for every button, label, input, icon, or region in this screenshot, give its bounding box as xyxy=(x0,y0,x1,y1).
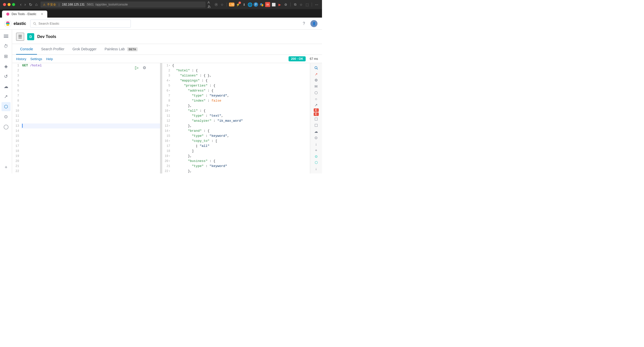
sidebar-item-home[interactable]: ⊞ xyxy=(2,52,11,61)
rsidebar-checkbox1-icon[interactable]: ☐ xyxy=(312,116,321,122)
ext3-icon[interactable]: ⬇ xyxy=(242,2,247,7)
search-icon xyxy=(33,22,36,25)
security-warning-text: 不安全 xyxy=(47,3,56,7)
rsidebar-diamond-icon[interactable]: ⬡ xyxy=(312,160,321,165)
history-link[interactable]: History xyxy=(16,57,26,61)
rsidebar-down-icon[interactable]: ↓ xyxy=(312,141,321,147)
rsidebar-search-icon[interactable] xyxy=(312,65,321,71)
tab-close-icon[interactable]: ✕ xyxy=(41,12,43,16)
extensions-icon[interactable]: 1.50 xyxy=(229,3,234,7)
help-link[interactable]: Help xyxy=(46,57,53,61)
settings-button[interactable]: ⚙ xyxy=(141,64,148,71)
rsidebar-c2-icon[interactable]: C xyxy=(314,112,319,116)
run-button[interactable]: ▷ xyxy=(133,64,140,71)
global-search-bar[interactable] xyxy=(30,20,131,28)
rsidebar-c1-icon[interactable]: C xyxy=(314,108,319,112)
reload-btn[interactable]: ↻ xyxy=(28,1,33,8)
address-port: :5601 xyxy=(86,3,94,6)
read-mode-icon[interactable]: ㊍ xyxy=(214,2,219,7)
rsidebar-gear-icon[interactable]: ⊙ xyxy=(312,153,321,159)
output-line: 16 ▾ "copy_to" : [ xyxy=(162,139,310,144)
sidebar-item-recently-viewed[interactable]: ⏱ xyxy=(2,42,11,51)
output-line: 1 ▾ { xyxy=(162,63,310,68)
ext4-icon[interactable]: 🌐 xyxy=(248,2,253,7)
rsidebar-refresh-icon[interactable]: ⊙ xyxy=(312,135,321,141)
rsidebar-checkbox2-icon[interactable]: ☐ xyxy=(312,123,321,128)
home-btn[interactable]: ⌂ xyxy=(34,1,39,8)
ext6-icon[interactable]: 🎭 xyxy=(259,2,264,7)
sidebar-item-stack[interactable]: ⊙ xyxy=(2,112,11,121)
sidebar-item-observability[interactable]: ↺ xyxy=(2,72,11,81)
ext9-icon[interactable]: ▶ xyxy=(277,2,282,7)
collapse-arrow[interactable]: ▾ xyxy=(169,159,170,164)
code-line-5: 5 xyxy=(12,83,160,88)
collapse-arrow[interactable]: ▾ xyxy=(169,88,170,93)
favorites-icon[interactable]: ☆ xyxy=(299,2,304,7)
line-content: "index" : false xyxy=(171,98,310,103)
collapse-arrow[interactable]: ▾ xyxy=(169,103,170,108)
tab-grok-debugger[interactable]: Grok Debugger xyxy=(68,44,101,55)
editor-action-buttons: ▷ ⚙ xyxy=(133,64,148,71)
global-search-input[interactable] xyxy=(38,22,128,25)
ext5-icon[interactable]: P xyxy=(254,2,258,7)
rsidebar-settings-icon[interactable]: ⚙ xyxy=(312,77,321,83)
rsidebar-add-icon[interactable]: ＋ xyxy=(312,147,321,153)
sidebar-toggle-btn[interactable]: ☰ xyxy=(16,33,24,41)
tab-painless-lab[interactable]: Painless Lab BETA xyxy=(101,44,142,55)
more-icon[interactable]: ⋯ xyxy=(314,2,319,7)
divider2 xyxy=(290,3,291,7)
tab-console[interactable]: Console xyxy=(16,44,37,55)
translate-icon[interactable]: Aあ xyxy=(208,2,213,7)
back-btn[interactable]: ‹ xyxy=(19,1,22,8)
elastic-logo[interactable]: elastic xyxy=(4,20,26,27)
sidebar-item-cloud[interactable]: ☁ xyxy=(2,82,11,91)
sidebar-item-discover[interactable]: ◈ xyxy=(2,62,11,71)
collections-icon[interactable]: ⬚ xyxy=(305,2,310,7)
collapse-arrow[interactable]: ▾ xyxy=(169,139,170,144)
rsidebar-circle-icon[interactable]: ○ xyxy=(312,96,321,102)
code-editor[interactable]: 1 GET /hotel 2 3 4 xyxy=(12,63,160,173)
rsidebar-mail-icon[interactable]: ✉ xyxy=(312,84,321,90)
active-line-content[interactable] xyxy=(21,123,160,128)
close-window-btn[interactable] xyxy=(3,3,6,6)
collapse-arrow[interactable]: ▾ xyxy=(169,108,170,113)
rsidebar-hexagon-icon[interactable]: ⬡ xyxy=(312,90,321,96)
user-avatar-btn[interactable]: 👤 xyxy=(310,20,318,28)
collapse-arrow[interactable]: ▾ xyxy=(169,123,170,128)
rsidebar-arrow-down-icon[interactable]: ↓ xyxy=(312,166,321,171)
svg-rect-8 xyxy=(4,36,8,36)
rsidebar-cloud-icon[interactable]: ☁ xyxy=(312,129,321,135)
address-host: 192.168.125.131 xyxy=(62,3,85,6)
collapse-arrow[interactable]: ▾ xyxy=(169,78,170,83)
collapse-arrow[interactable]: ▾ xyxy=(169,63,170,68)
ext2-icon[interactable]: ⚡2 xyxy=(235,2,240,7)
bookmark-icon[interactable]: ☆ xyxy=(220,2,225,7)
address-bar[interactable]: ⚠ 不安全 | 192.168.125.131:5601/app/dev_too… xyxy=(41,2,206,8)
output-line: 5 "properties" : { xyxy=(162,83,310,88)
rsidebar-link-icon[interactable]: ↗ xyxy=(312,71,321,77)
sidebar-item-menu[interactable] xyxy=(2,32,11,41)
svg-rect-9 xyxy=(4,37,8,38)
tab-search-profiler[interactable]: Search Profiler xyxy=(37,44,68,55)
sidebar-item-devtools[interactable]: ⬡ xyxy=(2,102,11,111)
collapse-arrow[interactable]: ▾ xyxy=(169,169,170,173)
ext10-icon[interactable]: ⚙ xyxy=(283,2,288,7)
ext7-icon[interactable]: IA xyxy=(265,2,270,7)
right-sidebar: ↗ ⚙ ✉ ⬡ ○ ↗ C C ☐ ☐ ☁ ⊙ ↓ ＋ ⊙ ⬡ ↓ xyxy=(310,63,322,173)
resize-handle[interactable]: ⋮ xyxy=(160,63,162,173)
maximize-window-btn[interactable] xyxy=(12,3,15,6)
sidebar-item-spaces[interactable]: ◯ xyxy=(2,122,11,131)
sidebar-item-maps[interactable]: ↗ xyxy=(2,92,11,101)
collapse-arrow[interactable]: ▾ xyxy=(169,154,170,159)
collapse-arrow[interactable]: ▾ xyxy=(169,128,170,134)
settings-link[interactable]: Settings xyxy=(30,57,42,61)
rsidebar-external-icon[interactable]: ↗ xyxy=(312,102,321,108)
help-header-btn[interactable]: ? xyxy=(300,20,308,28)
sidebar-item-add[interactable]: ＋ xyxy=(2,162,11,171)
output-lines: 1 ▾ { 2 "hotel" : { 3 "aliases" : { }, xyxy=(162,63,310,173)
minimize-window-btn[interactable] xyxy=(8,3,11,6)
browser-tab[interactable]: Dev Tools - Elastic ✕ xyxy=(2,11,47,18)
forward-btn[interactable]: › xyxy=(23,1,27,8)
split-view-icon[interactable]: ⧉ xyxy=(293,2,298,7)
ext8-icon[interactable]: ⬜ xyxy=(271,2,276,7)
